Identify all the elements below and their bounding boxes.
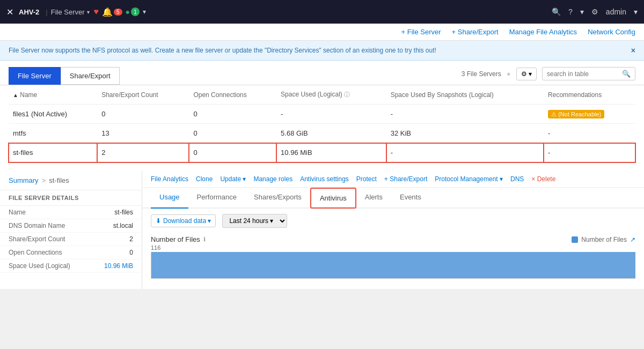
chart-bar xyxy=(510,252,519,278)
ok-status-icon[interactable]: ● xyxy=(126,8,130,16)
add-share-export-link[interactable]: + Share/Export xyxy=(452,28,499,36)
chart-bar xyxy=(180,252,190,278)
cell-space-logical: 5.68 GiB xyxy=(276,124,386,143)
chart-bar-container xyxy=(151,252,635,279)
add-file-server-link[interactable]: + File Server xyxy=(401,28,441,36)
right-actions: File AnalyticsCloneUpdate ▾Manage rolesA… xyxy=(142,171,644,188)
alerts-badge: 5 xyxy=(114,9,122,16)
chart-title-row: Number of Files ℹ Number of Files ↗ xyxy=(142,233,644,244)
help-icon[interactable]: ? xyxy=(568,8,573,16)
inner-tab-antivirus[interactable]: Antivirus xyxy=(310,188,356,209)
chart-area: 116 xyxy=(142,244,644,287)
table-row[interactable]: mtfs1305.68 GiB32 KiB- xyxy=(9,124,635,143)
breadcrumb-parent[interactable]: Summary xyxy=(9,176,39,184)
chart-bar xyxy=(577,252,587,278)
col-open-conn[interactable]: Open Connections xyxy=(189,85,276,105)
chart-bar xyxy=(422,252,432,278)
service-dropdown-icon[interactable]: ▾ xyxy=(87,9,90,15)
chart-bar xyxy=(219,252,229,278)
admin-dropdown-icon[interactable]: ▾ xyxy=(634,8,638,16)
chart-bar xyxy=(326,252,335,278)
chart-bar xyxy=(258,252,268,278)
breadcrumb-separator: > xyxy=(42,176,46,184)
search-icon[interactable]: 🔍 xyxy=(622,70,631,78)
search-input[interactable] xyxy=(547,70,622,78)
export-chart-icon[interactable]: ↗ xyxy=(630,236,635,243)
cell-share-count: 0 xyxy=(97,105,189,124)
table-row[interactable]: files1 (Not Active)00--⚠ (Not Reachable) xyxy=(9,105,635,124)
action-link-update--[interactable]: Update ▾ xyxy=(220,175,246,183)
chart-bar xyxy=(558,252,568,278)
cell-space-snapshots: 32 KiB xyxy=(386,124,544,143)
chart-bar xyxy=(171,252,180,278)
cell-open-conn: 0 xyxy=(189,105,276,124)
cell-name: st-files xyxy=(9,143,97,162)
tab-share-export[interactable]: Share/Export xyxy=(61,67,120,85)
banner-close-icon[interactable]: × xyxy=(631,46,635,55)
chart-bar xyxy=(374,252,384,278)
inner-tab-events[interactable]: Events xyxy=(391,188,430,209)
topbar: ✕ AHV-2 | File Server ▾ ♥ 🔔 5 ● 1 ▾ 🔍 ? … xyxy=(0,0,644,24)
download-data-button[interactable]: ⬇ Download data ▾ xyxy=(151,214,216,227)
help-dropdown-icon[interactable]: ▾ xyxy=(580,8,584,16)
chart-bar xyxy=(403,252,413,278)
banner-message: File Server now supports the NFS protoco… xyxy=(9,47,436,54)
chart-bar xyxy=(471,252,481,278)
time-range-select[interactable]: Last 24 hours ▾ xyxy=(222,214,287,228)
sort-icon: ▲ xyxy=(13,92,18,98)
cluster-name: AHV-2 xyxy=(19,8,39,16)
action-link-manage-roles[interactable]: Manage roles xyxy=(253,175,292,183)
y-axis-value: 116 xyxy=(151,244,635,251)
chart-bar xyxy=(548,252,558,278)
chart-bar xyxy=(462,252,471,278)
chart-bar xyxy=(451,252,461,278)
action-link---share-export[interactable]: + Share/Export xyxy=(384,175,427,183)
chart-bar xyxy=(413,252,422,278)
chart-title: Number of Files ℹ xyxy=(151,235,206,243)
network-config-link[interactable]: Network Config xyxy=(588,28,635,36)
table-settings-button[interactable]: ⚙ ▾ xyxy=(516,68,537,80)
topbar-right: 🔍 ? ▾ ⚙ admin ▾ xyxy=(552,8,638,16)
search-icon[interactable]: 🔍 xyxy=(552,8,561,16)
detail-value[interactable]: 10.96 MiB xyxy=(104,262,133,270)
inner-tab-performance[interactable]: Performance xyxy=(188,188,245,209)
inner-tab-alerts[interactable]: Alerts xyxy=(356,188,391,209)
chart-bar xyxy=(200,252,209,278)
inner-tab-shares-exports[interactable]: Shares/Exports xyxy=(245,188,310,209)
close-icon[interactable]: ✕ xyxy=(6,7,13,17)
col-space-snapshots[interactable]: Space Used By Snapshots (Logical) xyxy=(386,85,544,105)
action-link-protocol-management--[interactable]: Protocol Management ▾ xyxy=(435,175,503,183)
chart-bar xyxy=(500,252,510,278)
expand-icon[interactable]: ▾ xyxy=(143,8,146,16)
ok-badge: 1 xyxy=(131,8,140,16)
admin-label[interactable]: admin xyxy=(606,8,626,16)
inner-tab-usage[interactable]: Usage xyxy=(151,188,188,209)
download-icon: ⬇ xyxy=(156,217,161,225)
action-link-file-analytics[interactable]: File Analytics xyxy=(151,175,188,183)
action-link-clone[interactable]: Clone xyxy=(196,175,213,183)
action-link-antivirus-settings[interactable]: Antivirus settings xyxy=(300,175,349,183)
alerts-icon[interactable]: 🔔 xyxy=(102,7,113,17)
cell-space-snapshots: - xyxy=(386,105,544,124)
tab-file-server[interactable]: File Server xyxy=(9,67,61,85)
settings-icon: ⚙ xyxy=(521,70,527,78)
action-link---delete[interactable]: × Delete xyxy=(531,175,555,183)
col-space-logical[interactable]: Space Used (Logical) ⓘ xyxy=(276,85,386,105)
status-icons: ♥ 🔔 5 ● 1 ▾ xyxy=(94,7,147,17)
health-icon[interactable]: ♥ xyxy=(94,7,99,17)
settings-icon[interactable]: ⚙ xyxy=(591,8,598,16)
chart-legend: Number of Files ↗ xyxy=(572,236,635,243)
chart-bar xyxy=(151,252,161,278)
col-recommendations[interactable]: Recommendations xyxy=(544,85,635,105)
detail-label: Space Used (Logical) xyxy=(9,262,70,270)
col-share-count[interactable]: Share/Export Count xyxy=(97,85,189,105)
action-link-protect[interactable]: Protect xyxy=(356,175,377,183)
table-row[interactable]: st-files2010.96 MiB-- xyxy=(9,143,635,162)
chart-bar xyxy=(432,252,442,278)
file-server-details-header: FILE SERVER DETAILS xyxy=(0,190,142,206)
col-name[interactable]: ▲ Name xyxy=(9,85,97,105)
action-link-dns[interactable]: DNS xyxy=(510,175,524,183)
manage-file-analytics-link[interactable]: Manage File Analytics xyxy=(509,28,577,36)
data-table-wrap: ▲ Name Share/Export Count Open Connectio… xyxy=(0,85,644,171)
cell-space-logical: - xyxy=(276,105,386,124)
